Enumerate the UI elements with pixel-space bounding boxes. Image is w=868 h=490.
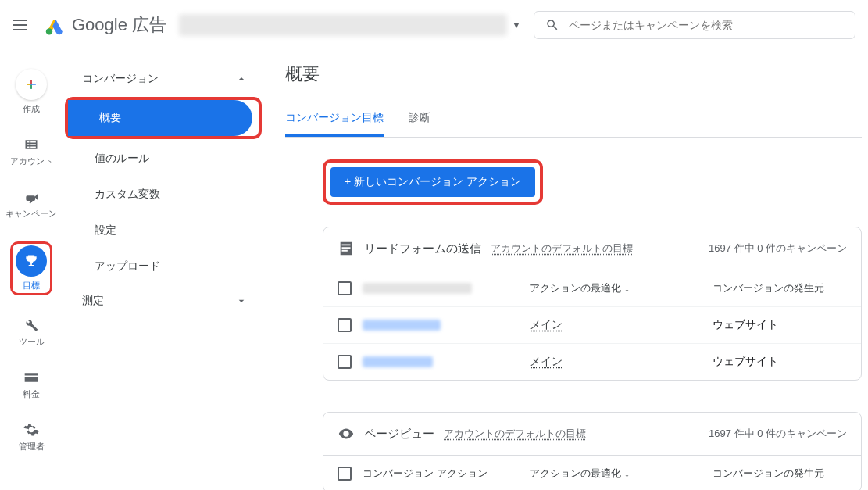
rail-admin[interactable]: 管理者 xyxy=(19,422,45,452)
sort-down-icon: ↓ xyxy=(624,281,630,294)
table-row[interactable]: メイン ウェブサイト xyxy=(323,307,861,344)
sort-down-icon: ↓ xyxy=(624,467,630,479)
redacted-header xyxy=(363,283,472,294)
tabs: コンバージョン目標 診断 xyxy=(285,105,862,138)
search-input[interactable] xyxy=(569,19,844,31)
highlight-new-action: + 新しいコンバージョン アクション xyxy=(323,159,543,205)
search-bar xyxy=(534,11,855,39)
main-content: 概要 コンバージョン目標 診断 + 新しいコンバージョン アクション リードフォ… xyxy=(266,50,868,490)
nav-item-settings[interactable]: 設定 xyxy=(63,213,266,249)
nav-item-custom-vars[interactable]: カスタム変数 xyxy=(63,177,266,213)
checkbox-all[interactable] xyxy=(338,281,352,295)
card-title: ページビュー xyxy=(364,427,434,442)
nav-item-upload[interactable]: アップロード xyxy=(63,249,266,284)
page-title: 概要 xyxy=(285,63,862,86)
tab-diagnostics[interactable]: 診断 xyxy=(409,105,430,137)
redacted-name xyxy=(363,320,441,331)
rail-billing[interactable]: 料金 xyxy=(23,370,40,400)
card-stats: 1697 件中 0 件のキャンペーン xyxy=(709,241,847,256)
card-stats: 1697 件中 0 件のキャンペーン xyxy=(709,427,847,441)
checkbox[interactable] xyxy=(338,355,352,369)
new-conversion-action-button[interactable]: + 新しいコンバージョン アクション xyxy=(330,167,535,197)
left-rail: 作成 アカウント キャンペーン 目標 ツール 料金 管理者 xyxy=(0,50,63,490)
nav-section-conversion[interactable]: コンバージョン xyxy=(63,63,266,95)
chevron-down-icon xyxy=(235,295,248,307)
rail-tools[interactable]: ツール xyxy=(19,317,45,348)
rail-goals[interactable]: 目標 xyxy=(16,245,47,291)
hamburger-icon[interactable] xyxy=(13,16,31,34)
sidebar-nav: コンバージョン 概要 値のルール カスタム変数 設定 アップロード 測定 xyxy=(63,50,266,490)
checkbox[interactable] xyxy=(338,318,352,332)
plus-icon xyxy=(23,77,39,92)
card-pageview: ページビュー アカウントのデフォルトの目標 1697 件中 0 件のキャンペーン… xyxy=(323,412,862,490)
account-icon xyxy=(23,137,39,152)
google-ads-logo-icon xyxy=(44,14,66,36)
card-header: ページビュー アカウントのデフォルトの目標 1697 件中 0 件のキャンペーン xyxy=(323,413,861,456)
megaphone-icon xyxy=(23,189,39,205)
table-header-row: コンバージョン アクション アクションの最適化↓ コンバージョンの発生元 xyxy=(323,456,861,490)
search-icon xyxy=(545,18,559,32)
top-bar: Google 広告 ▼ xyxy=(0,0,868,50)
svg-point-0 xyxy=(46,28,52,34)
credit-card-icon xyxy=(23,370,39,385)
trophy-icon xyxy=(23,253,39,269)
rail-create[interactable]: 作成 xyxy=(16,69,47,115)
nav-item-value-rules[interactable]: 値のルール xyxy=(63,141,266,177)
card-lead-form: リードフォームの送信 アカウントのデフォルトの目標 1697 件中 0 件のキャ… xyxy=(323,227,862,381)
chevron-up-icon xyxy=(235,73,248,85)
rail-account[interactable]: アカウント xyxy=(10,137,53,167)
tab-goals[interactable]: コンバージョン目標 xyxy=(285,105,384,137)
form-icon xyxy=(338,240,355,257)
caret-down-icon: ▼ xyxy=(512,20,521,30)
logo-text: Google 広告 xyxy=(72,13,166,37)
rail-campaign[interactable]: キャンペーン xyxy=(5,189,57,220)
card-default-label[interactable]: アカウントのデフォルトの目標 xyxy=(444,427,586,441)
gear-icon xyxy=(23,422,39,438)
eye-icon xyxy=(338,425,355,442)
card-header: リードフォームの送信 アカウントのデフォルトの目標 1697 件中 0 件のキャ… xyxy=(323,227,861,270)
card-title: リードフォームの送信 xyxy=(364,241,481,256)
highlight-overview: 概要 xyxy=(65,97,262,139)
account-name-redacted xyxy=(179,14,507,36)
account-switcher[interactable]: ▼ xyxy=(179,14,521,36)
nav-section-measure[interactable]: 測定 xyxy=(63,284,266,317)
checkbox-all[interactable] xyxy=(338,467,352,481)
table-header-row: アクションの最適化↓ コンバージョンの発生元 xyxy=(323,270,861,307)
table-row[interactable]: メイン ウェブサイト xyxy=(323,344,861,380)
tools-icon xyxy=(23,317,39,333)
redacted-name xyxy=(363,356,433,367)
logo[interactable]: Google 広告 xyxy=(44,13,166,37)
card-default-label[interactable]: アカウントのデフォルトの目標 xyxy=(491,241,633,256)
highlight-goals: 目標 xyxy=(10,241,52,295)
nav-item-overview[interactable]: 概要 xyxy=(68,100,252,136)
